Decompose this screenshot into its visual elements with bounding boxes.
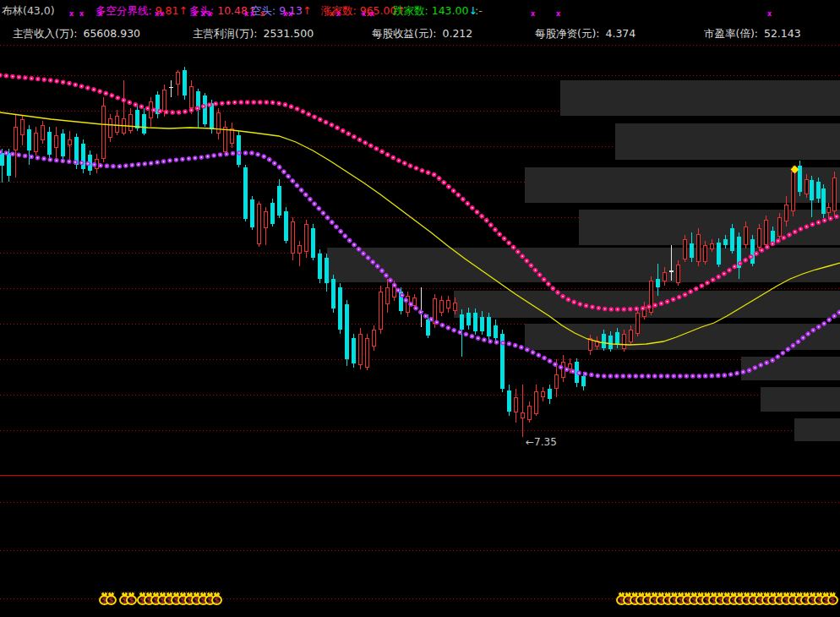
candle-up — [710, 243, 714, 249]
scatter-x-mark: x — [79, 11, 84, 18]
scatter-x-mark: x — [201, 11, 205, 18]
candle-wick — [522, 385, 523, 437]
scatter-x-mark: x — [98, 11, 102, 18]
fundamental-field-2: 每股收益(元):0.212 — [372, 27, 472, 41]
candle-up — [777, 217, 782, 237]
indicator-value: 143.00 — [428, 4, 469, 17]
candle-up — [521, 412, 525, 418]
candle-down — [723, 239, 728, 245]
overlay-block — [761, 387, 840, 412]
candle-up — [297, 245, 302, 254]
candle-up — [805, 179, 809, 194]
pane-divider-line — [0, 475, 840, 476]
candle-up — [358, 334, 363, 365]
scatter-x-mark: x — [283, 11, 287, 18]
money-bag-sack: $ — [827, 595, 838, 605]
candle-down — [480, 317, 484, 331]
overlay-block — [794, 418, 840, 441]
candle-down — [548, 389, 552, 399]
overlay-block — [579, 210, 840, 245]
overlay-block — [560, 80, 840, 116]
fundamental-label: 主营收入(万): — [13, 27, 77, 40]
fundamental-value: 2531.500 — [263, 27, 314, 40]
scatter-x-mark: x — [767, 11, 772, 18]
candle-down — [737, 237, 741, 268]
candle-up — [534, 391, 538, 414]
gridline — [0, 45, 840, 46]
candle-up — [379, 292, 383, 330]
candle-wick — [421, 287, 422, 327]
scatter-x-mark: x — [556, 11, 560, 18]
candle-down — [74, 137, 79, 165]
fundamental-value: 0.212 — [442, 27, 472, 40]
candle-up — [635, 313, 640, 334]
money-bag-icon: $ — [106, 591, 117, 605]
candle-up — [176, 72, 180, 85]
gridline — [0, 359, 840, 360]
candle-down — [602, 334, 606, 348]
candle-up — [68, 139, 72, 145]
candle-up — [34, 133, 38, 152]
overlay-block — [741, 357, 840, 380]
candle-up — [832, 177, 837, 211]
indicator-field-5: :- — [475, 3, 483, 19]
candle-up — [392, 286, 396, 298]
candle-up — [791, 172, 795, 211]
candle-up — [101, 106, 106, 159]
candle-up — [703, 245, 707, 262]
candle-flat — [169, 87, 173, 88]
candle-down — [210, 103, 214, 129]
candle-up — [20, 119, 25, 135]
candle-down — [325, 258, 329, 283]
candle-up — [54, 135, 58, 148]
candle-down — [466, 313, 471, 325]
fundamental-field-0: 主营收入(万):65608.930 — [13, 27, 140, 41]
candle-up — [372, 330, 376, 347]
fundamental-label: 市盈率(倍): — [704, 27, 758, 40]
scatter-x-mark: x — [362, 11, 366, 18]
candle-down — [575, 362, 579, 383]
fundamental-field-4: 市盈率(倍):52.143 — [704, 27, 801, 41]
scatter-x-mark: x — [250, 11, 254, 18]
candle-down — [426, 319, 430, 336]
candle-down — [311, 228, 315, 258]
candle-up — [757, 228, 761, 248]
money-bag-icon: $ — [211, 591, 222, 605]
candle-down — [270, 203, 275, 224]
gridline — [0, 288, 840, 289]
scatter-x-mark: x — [336, 11, 341, 18]
fundamental-value: 52.143 — [764, 27, 801, 40]
candle-wick — [69, 131, 70, 161]
stock-chart-screen: 布林(43,0) ←7.35 多空分界线: 9.81↑多头: 10.48↑空头:… — [0, 0, 840, 617]
candle-up — [642, 307, 646, 317]
money-bag-icon: $ — [827, 591, 838, 605]
candle-down — [237, 135, 241, 165]
candle-up — [115, 116, 119, 133]
overlay-block — [525, 324, 840, 350]
candle-up — [629, 330, 633, 342]
candle-up — [189, 86, 194, 108]
candle-up — [439, 300, 444, 313]
candle-down — [690, 243, 694, 258]
candle-up — [595, 341, 599, 347]
indicator-value: 10.48 — [214, 4, 248, 17]
candle-down — [7, 153, 11, 176]
candle-up — [554, 374, 559, 389]
candle-down — [460, 314, 464, 330]
candle-up — [291, 221, 295, 254]
candle-up — [568, 363, 572, 369]
candle-down — [581, 376, 586, 386]
candle-down — [730, 228, 734, 251]
candle-down — [507, 390, 511, 412]
candle-up — [304, 224, 308, 252]
candle-down — [250, 199, 254, 227]
candle-down — [196, 91, 200, 110]
candle-down — [345, 304, 349, 359]
candle-up — [588, 338, 592, 351]
money-bag-sack: $ — [211, 595, 222, 605]
indicator-label: 跌家数: — [393, 4, 428, 17]
candle-down — [61, 134, 65, 156]
candle-down — [88, 155, 92, 171]
candle-flat — [419, 311, 423, 312]
candle-up — [541, 391, 545, 397]
